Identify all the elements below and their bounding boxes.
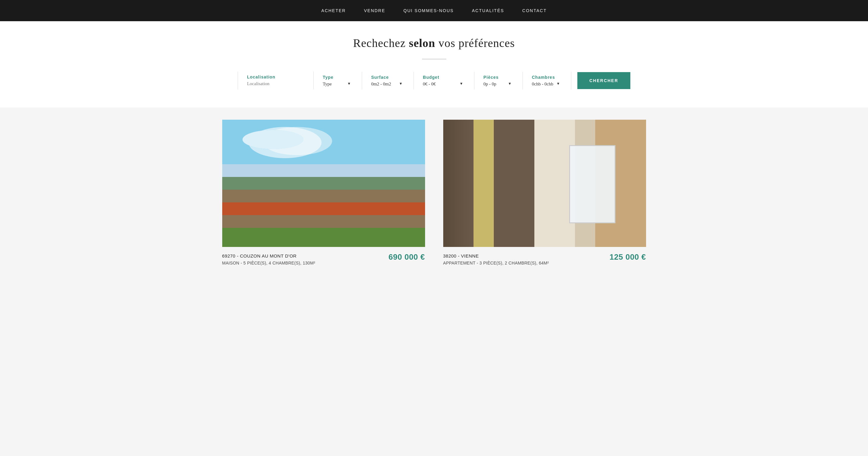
type-label: Type xyxy=(323,75,334,80)
localisation-label: Localisation xyxy=(247,75,276,79)
pieces-select[interactable]: 0p - 0p 1p - 2p 3p - 4p 5p + xyxy=(484,82,514,86)
nav-item-vendre[interactable]: VENDRE xyxy=(364,8,385,13)
listing-specs: APPARTEMENT - 3 PIÈCE(S), 2 CHAMBRE(S), … xyxy=(443,260,604,266)
chambres-label: Chambres xyxy=(532,75,555,80)
pieces-select-wrapper: 0p - 0p 1p - 2p 3p - 4p 5p + ▼ xyxy=(484,82,514,86)
listing-image xyxy=(443,120,646,247)
filter-group-surface: Surface 0m2 - 0m2 0m2 - 50m2 50m2 - 100m… xyxy=(362,72,414,89)
main-nav: ACHETER VENDRE QUI SOMMES-NOUS ACTUALITÉ… xyxy=(0,0,868,21)
filter-group-pieces: Pièces 0p - 0p 1p - 2p 3p - 4p 5p + ▼ xyxy=(474,72,523,89)
type-select[interactable]: Type Maison Appartement Terrain Commerce xyxy=(323,82,353,86)
pieces-label: Pièces xyxy=(484,75,499,80)
listing-specs: MAISON - 5 PIÈCE(S), 4 CHAMBRE(S), 130M² xyxy=(222,260,383,266)
listing-details: 69270 - COUZON AU MONT D'OR MAISON - 5 P… xyxy=(222,252,383,266)
search-section: Rechechez selon vos préférences Localisa… xyxy=(0,21,868,108)
search-button[interactable]: CHERCHER xyxy=(577,72,630,89)
localisation-input[interactable] xyxy=(247,81,304,86)
filter-group-type: Type Type Maison Appartement Terrain Com… xyxy=(314,72,362,89)
search-title: Rechechez selon vos préférences xyxy=(24,36,844,50)
listing-card[interactable]: 69270 - COUZON AU MONT D'OR MAISON - 5 P… xyxy=(222,120,425,269)
listing-image xyxy=(222,120,425,247)
listing-location: 38200 - VIENNE xyxy=(443,252,604,260)
listing-price: 690 000 € xyxy=(382,252,425,262)
listing-info: 38200 - VIENNE APPARTEMENT - 3 PIÈCE(S),… xyxy=(443,247,646,269)
surface-select-wrapper: 0m2 - 0m2 0m2 - 50m2 50m2 - 100m2 100m2 … xyxy=(371,82,404,86)
listing-price: 125 000 € xyxy=(603,252,646,262)
nav-item-acheter[interactable]: ACHETER xyxy=(321,8,346,13)
filter-group-localisation: Localisation xyxy=(238,72,314,89)
filter-bar: Localisation Type Type Maison Appartemen… xyxy=(24,72,844,89)
listings-grid: 69270 - COUZON AU MONT D'OR MAISON - 5 P… xyxy=(222,120,646,269)
title-divider xyxy=(422,59,446,59)
nav-item-contact[interactable]: CONTACT xyxy=(522,8,547,13)
chambres-select[interactable]: 0chb - 0chb 1chb - 2chb 3chb - 4chb 5chb… xyxy=(532,82,562,86)
budget-select-wrapper: 0€ - 0€ 0€ - 100 000€ 100 000€ - 300 000… xyxy=(423,82,465,86)
filter-group-budget: Budget 0€ - 0€ 0€ - 100 000€ 100 000€ - … xyxy=(414,72,474,89)
chambres-select-wrapper: 0chb - 0chb 1chb - 2chb 3chb - 4chb 5chb… xyxy=(532,82,562,86)
surface-label: Surface xyxy=(371,75,389,80)
budget-label: Budget xyxy=(423,75,439,80)
listings-section: 69270 - COUZON AU MONT D'OR MAISON - 5 P… xyxy=(0,108,868,293)
listing-info: 69270 - COUZON AU MONT D'OR MAISON - 5 P… xyxy=(222,247,425,269)
type-select-wrapper: Type Maison Appartement Terrain Commerce… xyxy=(323,82,353,86)
nav-item-qui-sommes-nous[interactable]: QUI SOMMES-NOUS xyxy=(404,8,454,13)
surface-select[interactable]: 0m2 - 0m2 0m2 - 50m2 50m2 - 100m2 100m2 … xyxy=(371,82,404,86)
listing-card[interactable]: 38200 - VIENNE APPARTEMENT - 3 PIÈCE(S),… xyxy=(443,120,646,269)
listing-location: 69270 - COUZON AU MONT D'OR xyxy=(222,252,383,260)
filter-group-chambres: Chambres 0chb - 0chb 1chb - 2chb 3chb - … xyxy=(523,72,571,89)
budget-select[interactable]: 0€ - 0€ 0€ - 100 000€ 100 000€ - 300 000… xyxy=(423,82,465,86)
nav-item-actualites[interactable]: ACTUALITÉS xyxy=(472,8,504,13)
listing-details: 38200 - VIENNE APPARTEMENT - 3 PIÈCE(S),… xyxy=(443,252,604,266)
